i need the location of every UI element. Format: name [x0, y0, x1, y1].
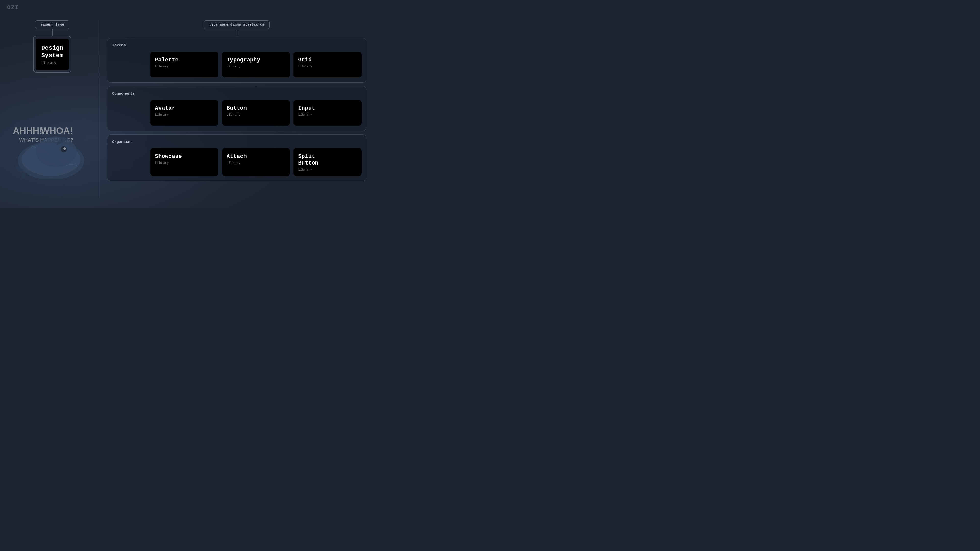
single-file-badge: единый файл — [35, 21, 69, 29]
palette-card[interactable]: Palette Library — [150, 52, 218, 77]
typography-subtitle: Library — [227, 65, 286, 68]
tokens-cards-row: Palette Library Typography Library Grid … — [150, 52, 362, 77]
input-subtitle: Library — [298, 113, 357, 117]
svg-point-7 — [63, 148, 66, 150]
whale-illustration: AHHH! WHOA! WHAT'S HAPPENING? — [0, 71, 102, 194]
split-button-card[interactable]: Split Button Library — [293, 148, 362, 176]
svg-point-5 — [36, 137, 76, 167]
single-file-badge-wrap: единый файл — [35, 21, 69, 29]
avatar-subtitle: Library — [155, 113, 214, 117]
grid-card[interactable]: Grid Library — [293, 52, 362, 77]
components-cards-row: Avatar Library Button Library Input Libr… — [150, 100, 362, 125]
attach-card[interactable]: Attach Library — [222, 148, 290, 176]
left-column: единый файл DesignSystem Library — [10, 21, 94, 73]
button-subtitle: Library — [227, 113, 286, 117]
showcase-title: Showcase — [155, 153, 214, 160]
organisms-label: Organisms — [112, 140, 362, 144]
button-title: Button — [227, 105, 286, 112]
input-card[interactable]: Input Library — [293, 100, 362, 125]
avatar-card[interactable]: Avatar Library — [150, 100, 218, 125]
svg-text:WHOA!: WHOA! — [41, 125, 73, 136]
typography-title: Typography — [227, 57, 286, 64]
right-section: отдельные файлы артефактов Tokens Palett… — [107, 21, 366, 185]
typography-card[interactable]: Typography Library — [222, 52, 290, 77]
organisms-cards-row: Showcase Library Attach Library Split Bu… — [150, 148, 362, 176]
left-connector-line — [52, 29, 52, 36]
split-button-subtitle: Library — [298, 168, 357, 171]
design-system-title: DesignSystem — [41, 44, 63, 59]
avatar-title: Avatar — [155, 105, 214, 112]
tokens-group: Tokens Palette Library Typography Librar… — [107, 38, 366, 83]
grid-subtitle: Library — [298, 65, 357, 68]
separate-files-badge: отдельные файлы артефактов — [204, 21, 270, 29]
showcase-card[interactable]: Showcase Library — [150, 148, 218, 176]
components-label: Components — [112, 92, 362, 96]
design-system-inner: DesignSystem Library — [36, 38, 69, 70]
split-button-title: Split Button — [298, 153, 357, 167]
palette-subtitle: Library — [155, 65, 214, 68]
input-title: Input — [298, 105, 357, 112]
button-card[interactable]: Button Library — [222, 100, 290, 125]
showcase-subtitle: Library — [155, 161, 214, 165]
left-section: единый файл DesignSystem Library — [10, 21, 94, 73]
attach-title: Attach — [227, 153, 286, 160]
palette-title: Palette — [155, 57, 214, 64]
tokens-label: Tokens — [112, 43, 362, 48]
components-group: Components Avatar Library Button Library… — [107, 86, 366, 131]
logo: OZI — [7, 5, 19, 11]
svg-text:AHHH!: AHHH! — [13, 125, 42, 136]
grid-title: Grid — [298, 57, 357, 64]
design-system-subtitle: Library — [41, 61, 63, 65]
attach-subtitle: Library — [227, 161, 286, 165]
organisms-group: Organisms Showcase Library Attach Librar… — [107, 135, 366, 181]
design-system-card[interactable]: DesignSystem Library — [33, 36, 72, 73]
